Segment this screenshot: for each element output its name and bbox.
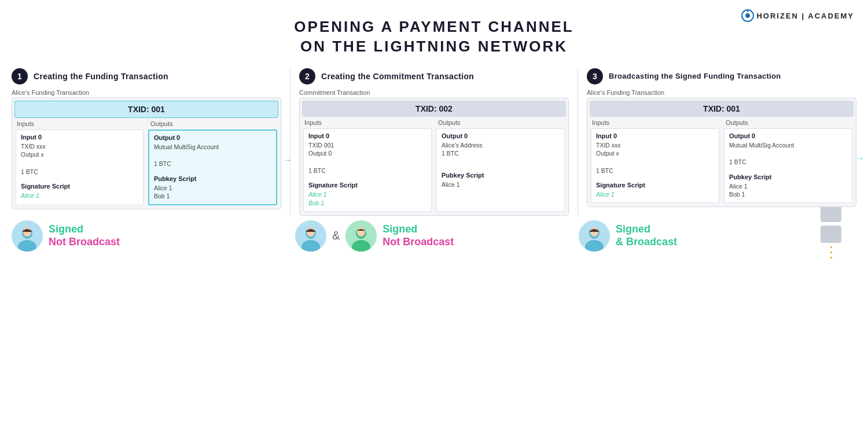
pubkey-val-2: Alice 1 bbox=[442, 180, 560, 189]
output-0-val-3: Mutual MultiSig Account1 BTC bbox=[729, 141, 847, 167]
signed-3: Signed bbox=[616, 223, 677, 236]
txid-1: TXID: 001 bbox=[14, 101, 278, 118]
tx-container-2: TXID: 002 Inputs Outputs Input 0 TXID 00… bbox=[299, 98, 569, 216]
outputs-header-2: Outputs bbox=[435, 117, 567, 126]
section-1: 1 Creating the Funding Transaction Alice… bbox=[12, 68, 281, 216]
ampersand: & bbox=[332, 229, 340, 242]
output-col-3: Output 0 Mutual MultiSig Account1 BTC Pu… bbox=[724, 128, 852, 203]
step-header-1: 1 Creating the Funding Transaction bbox=[12, 68, 281, 84]
sections-container: 1 Creating the Funding Transaction Alice… bbox=[0, 62, 868, 216]
input-col-3: Input 0 TXID xxxOutput x1 BTC Signature … bbox=[591, 128, 719, 203]
status-1: Signed Not Broadcast bbox=[49, 223, 120, 248]
step-header-3: 3 Broadcasting the Signed Funding Transa… bbox=[587, 68, 856, 84]
step-label-3: Broadcasting the Signed Funding Transact… bbox=[609, 72, 781, 80]
bottom-section-3: Signed & Broadcast bbox=[579, 220, 856, 252]
svg-point-1 bbox=[745, 13, 750, 18]
pubkey-val-3: Alice 1Bob 1 bbox=[729, 182, 847, 199]
avatar-bob bbox=[345, 220, 377, 252]
pubkey-val-1: Alice 1Bob 1 bbox=[154, 184, 271, 201]
section-2: 2 Creating the Commitment Transaction Co… bbox=[299, 68, 569, 216]
txid-2: TXID: 002 bbox=[302, 101, 566, 117]
output-col-1: Output 0 Mutual MultiSig Account1 BTC Pu… bbox=[148, 130, 277, 205]
output-col-2: Output 0 Alice's Address1 BTC Pubkey Scr… bbox=[436, 128, 565, 212]
sig-script-value-1: Alice 1 bbox=[21, 191, 138, 200]
tx-label-2: Commitment Transaction bbox=[299, 89, 569, 96]
step-header-2: 2 Creating the Commitment Transaction bbox=[299, 68, 569, 84]
input-0-txid-1: TXID xxxOutput x1 BTC bbox=[21, 142, 138, 176]
main-title: OPENING A PAYMENT CHANNEL ON THE LIGHTNI… bbox=[0, 0, 868, 57]
txid-3: TXID: 001 bbox=[590, 101, 854, 117]
step-num-2: 2 bbox=[299, 68, 315, 84]
step-num-1: 1 bbox=[12, 68, 28, 84]
bottom-row: Signed Not Broadcast & bbox=[0, 216, 868, 252]
tx-cols-3: Inputs Outputs bbox=[587, 117, 856, 127]
title-line1: OPENING A PAYMENT CHANNEL bbox=[0, 17, 868, 37]
input-0-val-2: TXID 001Output 01 BTC bbox=[308, 141, 426, 175]
tx-cols-2: Inputs Outputs bbox=[300, 117, 568, 127]
arrow-1-to-2: → bbox=[283, 155, 292, 165]
tx-cols-1: Inputs Outputs bbox=[12, 118, 281, 128]
outputs-header-1: Outputs bbox=[147, 118, 279, 127]
status-2: Signed Not Broadcast bbox=[382, 223, 454, 248]
arrow-3-to-chain: → bbox=[855, 153, 865, 164]
sig-script-val-3: Alice 1 bbox=[596, 190, 714, 199]
avatar-alice-3 bbox=[579, 220, 610, 252]
pubkey-label-3: Pubkey Script bbox=[729, 173, 847, 180]
pubkey-label-2: Pubkey Script bbox=[442, 172, 560, 179]
avatar-alice-1 bbox=[12, 220, 43, 252]
step-label-2: Creating the Commitment Transaction bbox=[321, 72, 474, 81]
broadcast-3: & Broadcast bbox=[616, 236, 677, 249]
input-0-label-2: Input 0 bbox=[308, 132, 426, 139]
bottom-section-1: Signed Not Broadcast bbox=[12, 220, 289, 252]
input-0-txid-3: TXID xxxOutput x1 BTC bbox=[596, 141, 714, 175]
signed-2: Signed bbox=[382, 223, 454, 236]
divider-2 bbox=[578, 68, 578, 216]
logo: HORIZEN | ACADEMY bbox=[741, 9, 854, 22]
output-0-label-2: Output 0 bbox=[442, 132, 560, 139]
inputs-header-1: Inputs bbox=[13, 118, 146, 127]
logo-text: HORIZEN | ACADEMY bbox=[756, 12, 854, 20]
output-0-val-2: Alice's Address1 BTC bbox=[442, 141, 560, 158]
outputs-header-3: Outputs bbox=[722, 117, 855, 126]
inputs-header-2: Inputs bbox=[301, 117, 433, 126]
output-0-val-1: Mutual MultiSig Account1 BTC bbox=[154, 143, 271, 168]
sig-script-label-2: Signature Script bbox=[308, 182, 426, 189]
sig-script-val-2: Alice 1Bob 1 bbox=[308, 190, 426, 207]
not-broadcast-2: Not Broadcast bbox=[382, 236, 454, 249]
sig-script-label-1: Signature Script bbox=[21, 183, 138, 190]
title-line2: ON THE LIGHTNING NETWORK bbox=[0, 37, 868, 57]
step-label-1: Creating the Funding Transaction bbox=[34, 72, 168, 81]
signed-1: Signed bbox=[49, 223, 120, 236]
section-3: 3 Broadcasting the Signed Funding Transa… bbox=[587, 68, 856, 216]
status-3: Signed & Broadcast bbox=[616, 223, 677, 248]
input-0-label-3: Input 0 bbox=[596, 132, 714, 139]
bottom-section-2: & Signed Not Broadcast bbox=[295, 220, 573, 252]
tx-row-2: Input 0 TXID 001Output 01 BTC Signature … bbox=[300, 127, 568, 215]
tx-container-3: TXID: 001 Inputs Outputs Input 0 TXID xx… bbox=[587, 98, 856, 207]
tx-row-1: Input 0 TXID xxxOutput x1 BTC Signature … bbox=[12, 128, 281, 209]
tx-container-1: TXID: 001 Inputs Outputs Input 0 TXID xx… bbox=[12, 98, 281, 209]
inputs-header-3: Inputs bbox=[589, 117, 721, 126]
output-0-label-3: Output 0 bbox=[729, 132, 847, 139]
input-col-1: Input 0 TXID xxxOutput x1 BTC Signature … bbox=[16, 130, 144, 205]
input-0-label-1: Input 0 bbox=[21, 134, 138, 141]
sig-script-label-3: Signature Script bbox=[596, 182, 714, 189]
output-0-label-1: Output 0 bbox=[154, 134, 271, 141]
tx-label-3: Alice's Funding Transaction bbox=[587, 89, 856, 96]
tx-label-1: Alice's Funding Transaction bbox=[12, 89, 281, 96]
step-num-3: 3 bbox=[587, 68, 603, 84]
divider-1 bbox=[290, 68, 290, 216]
svg-point-14 bbox=[357, 227, 365, 237]
avatar-alice-2 bbox=[295, 220, 326, 252]
not-broadcast-1: Not Broadcast bbox=[49, 236, 120, 249]
page: HORIZEN | ACADEMY ₿ OPENING A PAYMENT CH… bbox=[0, 0, 868, 421]
tx-row-3: Input 0 TXID xxxOutput x1 BTC Signature … bbox=[587, 127, 856, 206]
input-col-2: Input 0 TXID 001Output 01 BTC Signature … bbox=[303, 128, 432, 212]
pubkey-label-1: Pubkey Script bbox=[154, 175, 271, 182]
